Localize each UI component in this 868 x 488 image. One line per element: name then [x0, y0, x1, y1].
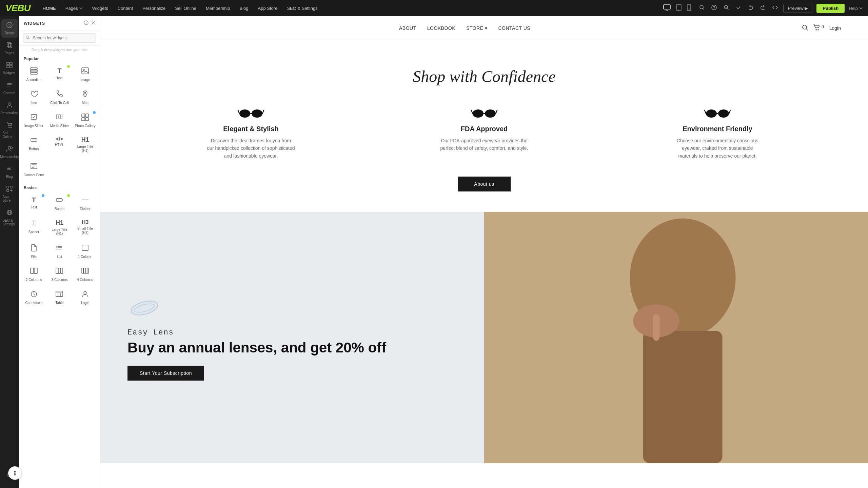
- widget-text-popular[interactable]: T Text: [47, 63, 72, 85]
- mobile-icon[interactable]: [686, 3, 692, 14]
- easy-lens-right: [484, 212, 868, 463]
- widget-divider[interactable]: Divider: [73, 192, 97, 214]
- preview-button[interactable]: Preview ▶: [783, 4, 812, 13]
- svg-rect-53: [56, 268, 58, 273]
- help-circle-icon[interactable]: [710, 3, 718, 13]
- sidebar-item-pages[interactable]: Pages: [1, 39, 18, 58]
- site-nav-contact[interactable]: CONTACT US: [498, 25, 530, 31]
- code-icon[interactable]: [771, 3, 779, 13]
- subscription-button[interactable]: Start Your Subscription: [127, 366, 204, 381]
- search-icon[interactable]: [698, 3, 706, 13]
- widget-text-basics[interactable]: T Text: [22, 192, 46, 214]
- site-nav-store[interactable]: STORE ▾: [466, 25, 487, 31]
- widget-table[interactable]: Table: [47, 286, 72, 308]
- nav-membership[interactable]: Membership: [202, 4, 234, 13]
- widget-3-columns[interactable]: 3 Columns: [47, 263, 72, 285]
- nav-seo[interactable]: SEO & Settings: [283, 4, 321, 13]
- site-login[interactable]: Login: [829, 25, 841, 31]
- svg-point-2: [678, 9, 679, 10]
- svg-rect-57: [84, 268, 85, 273]
- text-basics-icon: T: [32, 196, 36, 204]
- sidebar-item-app-store[interactable]: App Store: [1, 183, 18, 205]
- svg-point-70: [706, 109, 717, 118]
- widget-map[interactable]: Map: [73, 86, 97, 108]
- site-nav-lookbook[interactable]: LOOKBOOK: [427, 25, 455, 31]
- svg-point-65: [818, 29, 819, 30]
- widget-html[interactable]: </> HTML: [47, 133, 72, 156]
- widget-accordion[interactable]: Accordion: [22, 63, 46, 85]
- svg-point-4: [689, 9, 689, 10]
- info-icon[interactable]: [84, 20, 88, 26]
- nav-blog[interactable]: Blog: [236, 4, 253, 13]
- widget-contact-form[interactable]: Contact Form: [22, 159, 46, 180]
- bottom-circle-button[interactable]: [8, 466, 22, 480]
- widget-large-title-basics[interactable]: H1 Large Title (H1): [47, 216, 72, 239]
- nav-app-store[interactable]: App Store: [254, 4, 282, 13]
- svg-point-32: [83, 69, 84, 70]
- svg-rect-15: [10, 65, 12, 68]
- environment-friendly-heading: Environment Friendly: [683, 125, 752, 133]
- widget-small-title[interactable]: H3 Small Title (H3): [73, 216, 97, 239]
- sidebar-label-sell-online: Sell Online: [3, 131, 16, 139]
- widget-list[interactable]: List: [47, 240, 72, 262]
- sidebar-label-seo: SEO & Settings: [3, 219, 16, 226]
- sidebar-item-membership[interactable]: Membership: [1, 143, 18, 161]
- nav-content[interactable]: Content: [114, 4, 137, 13]
- widget-file[interactable]: File: [22, 240, 46, 262]
- site-cart[interactable]: 0: [813, 24, 824, 32]
- widget-button-basics[interactable]: Button: [47, 192, 72, 214]
- nav-pages[interactable]: Pages: [61, 4, 87, 13]
- site-nav-about[interactable]: ABOUT: [399, 25, 416, 31]
- site-search-icon[interactable]: [802, 24, 808, 32]
- image-slider-icon: [30, 113, 38, 123]
- widget-image[interactable]: Image: [73, 63, 97, 85]
- nav-personalize[interactable]: Personalize: [138, 4, 170, 13]
- widget-1-column[interactable]: 1 Column: [73, 240, 97, 262]
- widget-spacer[interactable]: Spacer: [22, 216, 46, 239]
- svg-point-66: [239, 109, 250, 118]
- widget-4-columns[interactable]: 4 Columns: [73, 263, 97, 285]
- sidebar-item-seo[interactable]: SEO & Settings: [1, 206, 18, 229]
- svg-point-35: [34, 120, 34, 120]
- svg-point-36: [33, 120, 33, 120]
- widget-search-input[interactable]: [23, 33, 96, 43]
- widget-icon-item[interactable]: Icon: [22, 86, 46, 108]
- large-title-h1-label: Large Title (H1): [49, 228, 70, 236]
- widget-photo-gallery[interactable]: Photo Gallery: [73, 109, 97, 131]
- nav-home[interactable]: HOME: [39, 4, 60, 13]
- checkmark-icon[interactable]: [734, 3, 743, 13]
- widget-login[interactable]: Login: [73, 286, 97, 308]
- sidebar-item-blog[interactable]: Blog: [1, 163, 18, 181]
- sidebar-item-content[interactable]: Content: [1, 79, 18, 98]
- tablet-icon[interactable]: [675, 3, 683, 14]
- about-us-button[interactable]: About us: [458, 177, 510, 191]
- four-columns-label: 4 Columns: [77, 278, 93, 282]
- widget-media-slider[interactable]: Media Slider: [47, 109, 72, 131]
- zoom-out-icon[interactable]: [722, 3, 730, 13]
- widget-countdown[interactable]: Countdown: [22, 286, 46, 308]
- redo-icon[interactable]: [759, 3, 767, 13]
- widget-large-title[interactable]: H1 Large Title (H1): [73, 133, 97, 156]
- publish-button[interactable]: Publish: [816, 4, 845, 13]
- media-slider-label: Media Slider: [50, 124, 69, 128]
- small-title-h3-icon: H3: [82, 219, 88, 225]
- desktop-icon[interactable]: [662, 3, 672, 14]
- svg-rect-50: [82, 245, 88, 250]
- section-confidence: Shop with Confidence Elegant & Stylish: [100, 40, 868, 212]
- svg-point-69: [485, 109, 496, 118]
- sidebar-item-personalize[interactable]: Personalize: [1, 99, 18, 118]
- sidebar-item-theme[interactable]: Theme: [1, 19, 18, 38]
- app-store-icon: [6, 185, 13, 194]
- close-icon[interactable]: [91, 20, 95, 26]
- widget-2-columns[interactable]: 2 Columns: [22, 263, 46, 285]
- nav-widgets[interactable]: Widgets: [88, 4, 112, 13]
- help-button[interactable]: Help: [849, 6, 863, 11]
- sidebar-item-widgets[interactable]: Widgets: [1, 59, 18, 78]
- undo-icon[interactable]: [747, 3, 755, 13]
- widget-click-to-call[interactable]: Click To Call: [47, 86, 72, 108]
- sidebar-item-sell-online[interactable]: Sell Online: [1, 119, 18, 141]
- widget-image-slider[interactable]: Image Slider: [22, 109, 46, 131]
- widget-button[interactable]: Button: [22, 133, 46, 156]
- three-columns-label: 3 Columns: [52, 278, 68, 282]
- nav-sell-online[interactable]: Sell Online: [171, 4, 200, 13]
